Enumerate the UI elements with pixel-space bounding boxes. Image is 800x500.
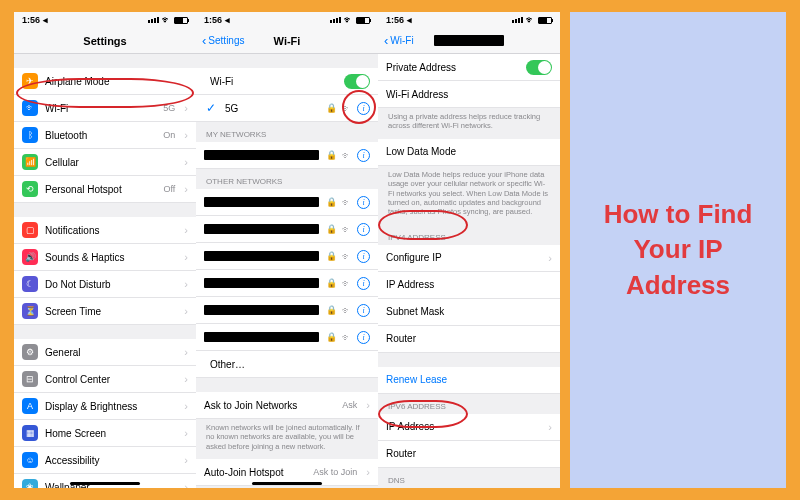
chevron-right-icon: › [548, 252, 552, 264]
row-network[interactable]: . 🔒 ᯤ i [196, 142, 378, 169]
row-network[interactable]: .🔒ᯤi [196, 189, 378, 216]
row-network[interactable]: .🔒ᯤi [196, 243, 378, 270]
lock-icon: 🔒 [326, 224, 337, 234]
toggle-on[interactable] [344, 74, 370, 89]
row-private-address[interactable]: Private Address [378, 54, 560, 81]
wifi-icon: ᯤ [162, 15, 171, 25]
back-button[interactable]: ‹ Wi-Fi [384, 34, 414, 47]
info-icon[interactable]: i [357, 250, 370, 263]
row-ip-address-v6[interactable]: IP Address › [378, 414, 560, 441]
row-bluetooth[interactable]: ᛒ Bluetooth On › [14, 122, 196, 149]
row-network[interactable]: .🔒ᯤi [196, 297, 378, 324]
sliders-icon: ⊟ [22, 371, 38, 387]
antenna-icon: 📶 [22, 154, 38, 170]
chevron-right-icon: › [184, 454, 188, 466]
wifi-icon: ᯤ [526, 15, 535, 25]
info-icon[interactable]: i [357, 102, 370, 115]
bluetooth-icon: ᛒ [22, 127, 38, 143]
toggle-on[interactable] [526, 60, 552, 75]
chevron-right-icon: › [184, 481, 188, 488]
status-time: 1:56 ◂ [386, 15, 412, 25]
section-my-networks: MY NETWORKS [196, 122, 378, 142]
wifi-icon: ᯤ [342, 305, 352, 316]
nav-bar: Settings [14, 28, 196, 54]
chevron-left-icon: ‹ [384, 34, 388, 47]
chevron-right-icon: › [366, 466, 370, 478]
row-cellular[interactable]: 📶 Cellular › [14, 149, 196, 176]
footer-private: Using a private address helps reduce tra… [378, 108, 560, 139]
chevron-right-icon: › [184, 427, 188, 439]
screenshot-wifi-list: 1:56 ◂ ᯤ ‹ Settings Wi-Fi Wi-Fi ✓ 5G [196, 12, 378, 488]
row-wifi[interactable]: ᯤ Wi-Fi 5G › [14, 95, 196, 122]
signal-icon [512, 17, 523, 23]
chevron-right-icon: › [184, 224, 188, 236]
row-airplane-mode[interactable]: ✈ Airplane Mode [14, 68, 196, 95]
row-sounds[interactable]: 🔊 Sounds & Haptics › [14, 244, 196, 271]
flower-icon: ❀ [22, 479, 38, 488]
row-accessibility[interactable]: ☺ Accessibility › [14, 447, 196, 474]
chevron-right-icon: › [184, 156, 188, 168]
row-other-network[interactable]: Other… [196, 351, 378, 378]
speaker-icon: 🔊 [22, 249, 38, 265]
row-ip-address: IP Address [378, 272, 560, 299]
lock-icon: 🔒 [326, 150, 337, 160]
lock-icon: 🔒 [326, 197, 337, 207]
row-wifi-toggle[interactable]: Wi-Fi [196, 68, 378, 95]
screenshot-wifi-details: 1:56 ◂ ᯤ ‹ Wi-Fi . Private Address Wi-Fi… [378, 12, 560, 488]
row-do-not-disturb[interactable]: ☾ Do Not Disturb › [14, 271, 196, 298]
chevron-right-icon: › [184, 346, 188, 358]
wifi-icon: ᯤ [342, 278, 352, 289]
row-screen-time[interactable]: ⏳ Screen Time › [14, 298, 196, 325]
signal-icon [330, 17, 341, 23]
row-home-screen[interactable]: ▦ Home Screen › [14, 420, 196, 447]
row-general[interactable]: ⚙ General › [14, 339, 196, 366]
wifi-icon: ᯤ [342, 224, 352, 235]
status-bar: 1:56 ◂ ᯤ [378, 12, 560, 28]
nav-title: . [434, 35, 504, 46]
info-icon[interactable]: i [357, 331, 370, 344]
airplane-icon: ✈ [22, 73, 38, 89]
section-dns: DNS [378, 468, 560, 488]
wifi-icon: ᯤ [342, 197, 352, 208]
chevron-right-icon: › [184, 251, 188, 263]
status-bar: 1:56 ◂ ᯤ [14, 12, 196, 28]
moon-icon: ☾ [22, 276, 38, 292]
info-icon[interactable]: i [357, 149, 370, 162]
info-icon[interactable]: i [357, 223, 370, 236]
row-configure-ip[interactable]: Configure IP › [378, 245, 560, 272]
row-renew-lease[interactable]: Renew Lease [378, 367, 560, 394]
info-icon[interactable]: i [357, 196, 370, 209]
row-low-data-mode[interactable]: Low Data Mode [378, 139, 560, 166]
row-display[interactable]: A Display & Brightness › [14, 393, 196, 420]
info-icon[interactable]: i [357, 277, 370, 290]
footer-ask: Known networks will be joined automatica… [196, 419, 378, 459]
chevron-right-icon: › [184, 305, 188, 317]
person-icon: ☺ [22, 452, 38, 468]
row-network[interactable]: .🔒ᯤi [196, 216, 378, 243]
nav-bar: ‹ Wi-Fi . [378, 28, 560, 54]
status-bar: 1:56 ◂ ᯤ [196, 12, 378, 28]
wifi-icon: ᯤ [342, 150, 352, 161]
home-indicator[interactable] [252, 482, 322, 485]
row-connected-network[interactable]: ✓ 5G 🔒 ᯤ i [196, 95, 378, 122]
nav-bar: ‹ Settings Wi-Fi [196, 28, 378, 54]
home-indicator[interactable] [70, 482, 140, 485]
back-button[interactable]: ‹ Settings [202, 34, 244, 47]
chevron-right-icon: › [184, 183, 188, 195]
row-network[interactable]: .🔒ᯤi [196, 270, 378, 297]
row-notifications[interactable]: ▢ Notifications › [14, 217, 196, 244]
row-wallpaper[interactable]: ❀ Wallpaper › [14, 474, 196, 488]
text-size-icon: A [22, 398, 38, 414]
row-subnet-mask: Subnet Mask [378, 299, 560, 326]
lock-icon: 🔒 [326, 251, 337, 261]
checkmark-icon: ✓ [204, 101, 218, 115]
chevron-right-icon: › [184, 102, 188, 114]
chevron-right-icon: › [184, 373, 188, 385]
wifi-icon: ᯤ [344, 15, 353, 25]
info-icon[interactable]: i [357, 304, 370, 317]
wifi-icon: ᯤ [22, 100, 38, 116]
row-personal-hotspot[interactable]: ⟲ Personal Hotspot Off › [14, 176, 196, 203]
row-network[interactable]: .🔒ᯤi [196, 324, 378, 351]
row-ask-to-join[interactable]: Ask to Join Networks Ask › [196, 392, 378, 419]
row-control-center[interactable]: ⊟ Control Center › [14, 366, 196, 393]
